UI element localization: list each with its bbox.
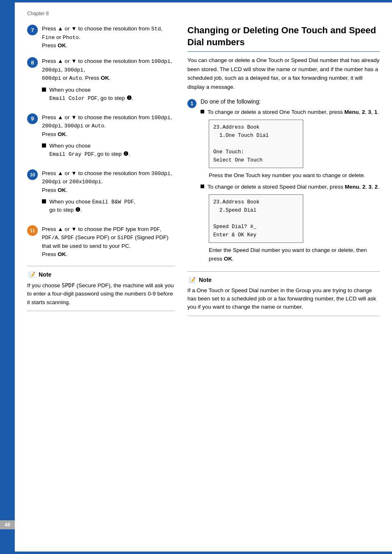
step-9-sub-bullet: When you chose Email Gray PDF, go to ste… bbox=[42, 142, 175, 159]
step-9-sub-text: When you chose Email Gray PDF, go to ste… bbox=[49, 142, 130, 159]
left-sidebar bbox=[0, 0, 15, 554]
right-step-1-content: Do one of the following: To change or de… bbox=[201, 98, 380, 265]
step-10-content: Press ▲ or ▼ to choose the resolution fr… bbox=[42, 169, 175, 218]
lcd-line-4: One Touch: bbox=[213, 148, 299, 156]
lcd-speed-line-5: Enter & OK Key bbox=[213, 231, 299, 239]
step-11-content: Press ▲ or ▼ to choose the PDF type from… bbox=[42, 225, 175, 259]
left-note-label: Note bbox=[39, 271, 51, 278]
step-11-number: 11 bbox=[27, 225, 38, 236]
content-area: Chapter 8 7 Press ▲ or ▼ to choose the r… bbox=[15, 2, 392, 334]
step-9: 9 Press ▲ or ▼ to choose the resolution … bbox=[27, 113, 175, 162]
section-intro: You can change or delete a One Touch or … bbox=[187, 56, 380, 91]
right-column: Changing or Deleting One Touch and Speed… bbox=[187, 25, 380, 322]
lcd-speed-line-3 bbox=[213, 215, 299, 223]
press-text-speed-dial: Enter the Speed Dial number you want to … bbox=[209, 246, 380, 263]
sub-item-one-touch: To change or delete a stored One Touch n… bbox=[201, 108, 380, 116]
chapter-label: Chapter 8 bbox=[27, 11, 380, 16]
bullet-square bbox=[42, 199, 46, 203]
step-10: 10 Press ▲ or ▼ to choose the resolution… bbox=[27, 169, 175, 218]
note-icon: 📝 bbox=[27, 270, 36, 279]
sub-item-speed-dial-text: To change or delete a stored Speed Dial … bbox=[208, 183, 379, 191]
right-step-1-label: Do one of the following: bbox=[201, 98, 261, 105]
step-8: 8 Press ▲ or ▼ to choose the resolution … bbox=[27, 57, 175, 106]
step-7: 7 Press ▲ or ▼ to choose the resolution … bbox=[27, 25, 175, 50]
step-9-content: Press ▲ or ▼ to choose the resolution fr… bbox=[42, 113, 175, 162]
step-7-number: 7 bbox=[27, 25, 38, 35]
left-note-title: 📝 Note bbox=[27, 270, 175, 279]
step-8-sub-bullet: When you chose Email Color PDF, go to st… bbox=[42, 86, 175, 103]
right-note-title: 📝 Note bbox=[187, 276, 380, 284]
sub-bullet-square-2 bbox=[201, 185, 204, 188]
left-note-box: 📝 Note If you choose SPDF (Secure PDF), … bbox=[27, 266, 175, 311]
section-title: Changing or Deleting One Touch and Speed… bbox=[187, 25, 380, 52]
two-column-layout: 7 Press ▲ or ▼ to choose the resolution … bbox=[27, 25, 380, 322]
step-8-content: Press ▲ or ▼ to choose the resolution fr… bbox=[42, 57, 175, 106]
press-text-one-touch: Press the One Touch key number you want … bbox=[209, 171, 380, 180]
step-8-sub-text: When you chose Email Color PDF, go to st… bbox=[49, 86, 133, 103]
bottom-bar bbox=[15, 552, 392, 554]
step-10-number: 10 bbox=[27, 169, 38, 180]
sub-item-one-touch-text: To change or delete a stored One Touch n… bbox=[208, 108, 379, 116]
right-step-1: 1 Do one of the following: To change or … bbox=[187, 98, 380, 265]
right-note-icon: 📝 bbox=[187, 276, 196, 284]
right-note-box: 📝 Note If a One Touch or Speed Dial numb… bbox=[187, 271, 380, 316]
lcd-display-speed-dial: 23.Address Book 2.Speed Dial Speed Dial?… bbox=[209, 194, 303, 243]
right-note-text: If a One Touch or Speed Dial number in t… bbox=[187, 286, 380, 312]
lcd-speed-line-1: 23.Address Book bbox=[213, 198, 299, 206]
left-column: 7 Press ▲ or ▼ to choose the resolution … bbox=[27, 25, 175, 322]
lcd-line-2: 1.One Touch Dial bbox=[213, 132, 299, 140]
step-10-sub-text: When you chose Email B&W PDF, go to step… bbox=[49, 198, 136, 215]
lcd-line-1: 23.Address Book bbox=[213, 123, 299, 132]
left-note-text: If you choose SPDF (Secure PDF), the mac… bbox=[27, 281, 175, 307]
right-note-label: Note bbox=[199, 277, 212, 283]
step-8-number: 8 bbox=[27, 57, 38, 68]
step-11: 11 Press ▲ or ▼ to choose the PDF type f… bbox=[27, 225, 175, 259]
sub-bullet-square-1 bbox=[201, 110, 204, 113]
sub-item-speed-dial: To change or delete a stored Speed Dial … bbox=[201, 183, 380, 191]
lcd-speed-line-4: Speed Dial? #_ bbox=[213, 223, 299, 231]
bullet-square bbox=[42, 88, 46, 92]
lcd-display-one-touch: 23.Address Book 1.One Touch Dial One Tou… bbox=[209, 120, 303, 168]
lcd-speed-line-2: 2.Speed Dial bbox=[213, 206, 299, 215]
lcd-line-3 bbox=[213, 140, 299, 148]
lcd-line-5: Select One Touch bbox=[213, 156, 299, 164]
bullet-square bbox=[42, 143, 46, 148]
step-7-content: Press ▲ or ▼ to choose the resolution fr… bbox=[42, 25, 175, 50]
right-step-1-number: 1 bbox=[187, 99, 196, 108]
page-number: 48 bbox=[0, 520, 15, 529]
step-9-number: 9 bbox=[27, 113, 38, 124]
step-10-sub-bullet: When you chose Email B&W PDF, go to step… bbox=[42, 198, 175, 215]
